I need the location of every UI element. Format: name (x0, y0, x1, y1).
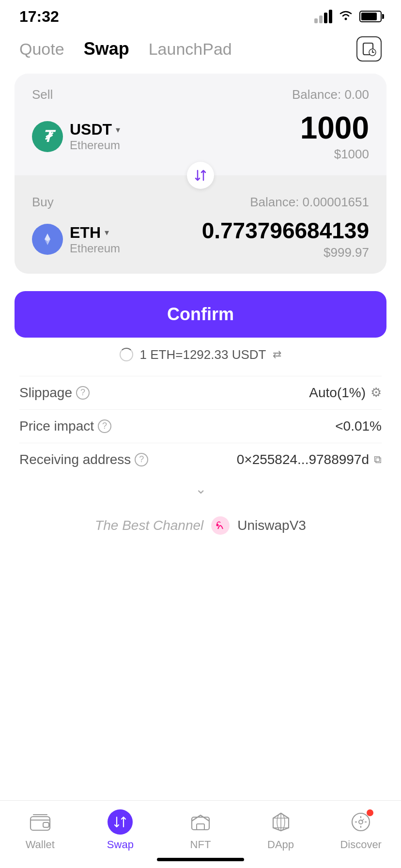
uniswap-icon (211, 516, 230, 535)
usdt-icon: ₮ (32, 121, 63, 152)
price-impact-help-icon[interactable]: ? (98, 419, 111, 433)
nft-nav-icon (188, 809, 213, 835)
discover-notification-dot (367, 809, 373, 816)
price-impact-row: Price impact ? <0.01% (19, 409, 382, 443)
sell-balance: Balance: 0.00 (292, 87, 369, 102)
buy-section: Buy Balance: 0.00001651 ETH ▾ Eth (15, 175, 386, 274)
buy-amount-col: 0.773796684139 $999.97 (202, 218, 369, 260)
dapp-nav-icon (268, 809, 293, 835)
sell-token-selector[interactable]: ₮ USDT ▾ Ethereum (32, 121, 120, 152)
receiving-address-value: 0×255824...9788997d ⧉ (237, 452, 382, 467)
discover-nav-icon (348, 809, 373, 835)
sell-token-row: ₮ USDT ▾ Ethereum 1000 $1000 (32, 111, 369, 162)
history-button[interactable] (356, 36, 382, 62)
buy-token-info: ETH ▾ Ethereum (70, 224, 120, 255)
home-indicator (157, 858, 244, 861)
nav-item-swap[interactable]: Swap (96, 809, 144, 851)
swap-nav-label: Swap (107, 838, 134, 851)
rate-row: 1 ETH=1292.33 USDT ⇄ (0, 347, 401, 362)
sell-section: Sell Balance: 0.00 ₮ USDT ▾ Ethereum 100… (15, 74, 386, 175)
slippage-label: Slippage ? (19, 385, 90, 401)
status-bar: 17:32 (0, 0, 401, 29)
status-icons (314, 9, 382, 24)
buy-token-name: ETH (70, 224, 101, 242)
buy-balance: Balance: 0.00001651 (250, 195, 369, 210)
confirm-button-label: Confirm (167, 304, 234, 325)
wallet-nav-label: Wallet (26, 838, 55, 851)
nav-item-discover[interactable]: Discover (337, 809, 385, 851)
swap-direction-button[interactable] (187, 162, 214, 189)
buy-usd: $999.97 (324, 245, 369, 260)
swap-nav-icon (108, 809, 133, 835)
tab-quote[interactable]: Quote (19, 40, 64, 59)
sell-chevron-icon: ▾ (116, 124, 120, 135)
receiving-address-row: Receiving address ? 0×255824...9788997d … (19, 443, 382, 476)
slippage-value: Auto(1%) ⚙ (309, 385, 382, 401)
eth-icon (32, 224, 63, 255)
expand-row[interactable]: ⌄ (0, 476, 401, 507)
svg-point-0 (345, 17, 347, 20)
buy-token-row: ETH ▾ Ethereum 0.773796684139 $999.97 (32, 218, 369, 260)
tab-launchpad[interactable]: LaunchPad (149, 40, 232, 59)
buy-amount: 0.773796684139 (202, 218, 369, 243)
best-channel-row: The Best Channel UniswapV3 (0, 507, 401, 554)
swap-card: Sell Balance: 0.00 ₮ USDT ▾ Ethereum 100… (15, 74, 386, 274)
sell-token-chain: Ethereum (70, 139, 120, 152)
buy-label-row: Buy Balance: 0.00001651 (32, 195, 369, 210)
nav-item-nft[interactable]: NFT (176, 809, 225, 851)
status-time: 17:32 (19, 8, 59, 26)
confirm-button[interactable]: Confirm (15, 291, 386, 338)
signal-icon (314, 10, 332, 23)
rate-loading-spinner (120, 348, 133, 361)
tab-swap[interactable]: Swap (84, 39, 129, 59)
sell-label: Sell (32, 87, 53, 102)
nav-item-wallet[interactable]: Wallet (16, 809, 64, 851)
sell-label-row: Sell Balance: 0.00 (32, 87, 369, 102)
discover-nav-label: Discover (340, 838, 382, 851)
sell-usd: $1000 (334, 147, 369, 162)
sell-amount[interactable]: 1000 (300, 111, 369, 145)
battery-icon (359, 11, 382, 22)
uniswap-label: UniswapV3 (237, 518, 306, 533)
nav-item-dapp[interactable]: DApp (257, 809, 305, 851)
sell-token-name: USDT (70, 121, 112, 139)
price-impact-value: <0.01% (335, 418, 382, 434)
receiving-address-help-icon[interactable]: ? (135, 453, 148, 466)
buy-token-selector[interactable]: ETH ▾ Ethereum (32, 224, 120, 255)
slippage-gear-icon[interactable]: ⚙ (370, 385, 382, 400)
sell-amount-col: 1000 $1000 (300, 111, 369, 162)
receiving-address-label: Receiving address ? (19, 452, 148, 467)
info-rows: Slippage ? Auto(1%) ⚙ Price impact ? <0.… (0, 376, 401, 476)
expand-chevron-icon[interactable]: ⌄ (195, 481, 206, 497)
nft-nav-label: NFT (190, 838, 211, 851)
slippage-help-icon[interactable]: ? (76, 386, 90, 400)
wallet-nav-icon (28, 809, 53, 835)
wifi-icon (338, 9, 354, 24)
slippage-row: Slippage ? Auto(1%) ⚙ (19, 376, 382, 409)
svg-rect-5 (31, 817, 50, 830)
dapp-nav-label: DApp (267, 838, 294, 851)
price-impact-label: Price impact ? (19, 418, 111, 434)
external-link-icon[interactable]: ⧉ (374, 453, 382, 466)
buy-token-chain: Ethereum (70, 242, 120, 255)
rate-swap-icon[interactable]: ⇄ (273, 348, 281, 361)
svg-rect-6 (43, 822, 49, 827)
sell-token-info: USDT ▾ Ethereum (70, 121, 120, 152)
svg-point-10 (352, 813, 370, 831)
nav-tabs: Quote Swap LaunchPad (0, 34, 401, 64)
buy-chevron-icon: ▾ (105, 227, 109, 238)
best-channel-label: The Best Channel (95, 518, 203, 533)
svg-rect-8 (197, 824, 204, 830)
rate-text: 1 ETH=1292.33 USDT (140, 347, 266, 362)
buy-label: Buy (32, 195, 54, 210)
